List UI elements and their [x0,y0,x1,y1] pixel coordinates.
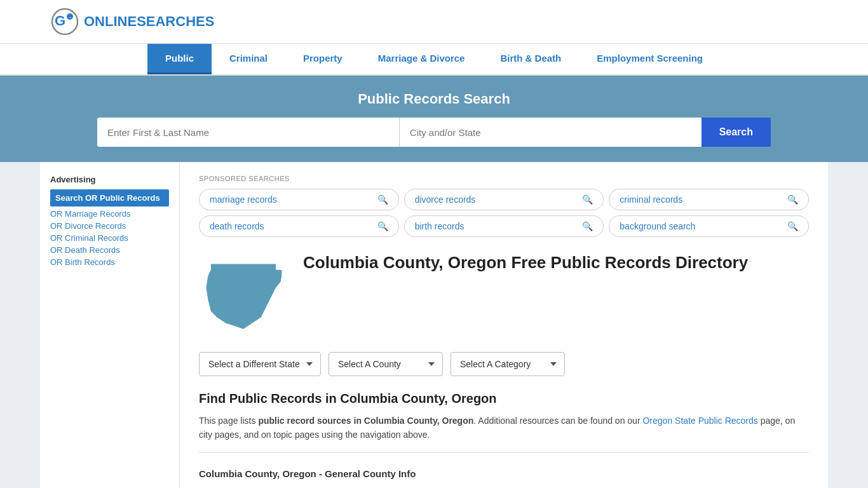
search-icon-criminal: 🔍 [787,194,798,205]
find-section: Find Public Records in Columbia County, … [199,391,809,479]
sidebar-item-or-divorce[interactable]: OR Divorce Records [50,221,169,231]
sponsored-tag-marriage-label: marriage records [210,194,277,205]
page-section: Columbia County, Oregon Free Public Reco… [199,252,809,337]
sponsored-tag-background-label: background search [620,221,695,231]
sponsored-tag-background[interactable]: background search 🔍 [609,215,809,237]
search-icon-divorce: 🔍 [582,194,593,205]
logo-link[interactable]: G → ONLINESEARCHES [51,8,214,36]
svg-marker-4 [207,264,282,329]
sidebar: Advertising Search OR Public Records OR … [40,162,180,488]
search-icon-background: 🔍 [787,221,798,231]
search-button[interactable]: Search [702,118,771,147]
sponsored-tag-death[interactable]: death records 🔍 [199,215,399,237]
svg-text:G: G [55,13,65,29]
search-form: Search [97,118,771,147]
sidebar-item-or-marriage[interactable]: OR Marriage Records [50,209,169,219]
sponsored-tag-criminal[interactable]: criminal records 🔍 [609,189,809,210]
sidebar-item-search-or[interactable]: Search OR Public Records [50,189,169,207]
search-banner: Public Records Search Search [0,76,868,162]
county-dropdown[interactable]: Select A County [329,352,443,376]
sponsored-tag-birth-label: birth records [415,221,465,231]
nav-item-property[interactable]: Property [285,44,360,74]
logo-icon: G → [51,8,79,36]
nav-item-criminal[interactable]: Criminal [212,44,285,74]
page-title-area: Columbia County, Oregon Free Public Reco… [303,252,748,274]
sponsored-tag-criminal-label: criminal records [620,194,682,205]
main-nav: Public Criminal Property Marriage & Divo… [0,44,868,76]
state-dropdown[interactable]: Select a Different State [199,352,321,376]
sponsored-label: SPONSORED SEARCHES [199,175,809,182]
sidebar-ad-title: Advertising [50,175,169,184]
sponsored-tag-death-label: death records [210,221,264,231]
search-banner-title: Public Records Search [51,91,817,107]
page-title: Columbia County, Oregon Free Public Reco… [303,252,748,274]
nav-item-public[interactable]: Public [147,44,212,74]
nav-item-employment[interactable]: Employment Screening [579,44,721,74]
find-section-heading: Find Public Records in Columbia County, … [199,391,809,406]
search-icon-birth: 🔍 [582,221,593,231]
oregon-map-svg [199,252,288,335]
name-input[interactable] [97,118,400,147]
logo-text: ONLINESEARCHES [84,13,214,30]
svg-text:→: → [67,15,72,20]
sidebar-item-or-birth[interactable]: OR Birth Records [50,257,169,267]
find-section-body: This page lists public record sources in… [199,414,809,442]
main-content: SPONSORED SEARCHES marriage records 🔍 di… [180,162,828,488]
sponsored-tag-birth[interactable]: birth records 🔍 [404,215,604,237]
section-divider [199,452,809,453]
nav-item-birth-death[interactable]: Birth & Death [482,44,579,74]
state-map [199,252,288,337]
dropdown-row: Select a Different State Select A County… [199,352,809,376]
nav-item-marriage-divorce[interactable]: Marriage & Divorce [360,44,483,74]
sponsored-tag-divorce[interactable]: divorce records 🔍 [404,189,604,210]
sidebar-item-or-criminal[interactable]: OR Criminal Records [50,233,169,243]
site-header: G → ONLINESEARCHES [0,0,868,44]
oregon-state-link[interactable]: Oregon State Public Records [642,416,757,426]
category-dropdown[interactable]: Select A Category [451,352,565,376]
general-info-title: Columbia County, Oregon - General County… [199,463,809,479]
sponsored-tag-marriage[interactable]: marriage records 🔍 [199,189,399,210]
search-icon-marriage: 🔍 [377,194,388,205]
location-input[interactable] [400,118,702,147]
sidebar-item-or-death[interactable]: OR Death Records [50,245,169,255]
sponsored-grid: marriage records 🔍 divorce records 🔍 cri… [199,189,809,237]
sponsored-tag-divorce-label: divorce records [415,194,476,205]
main-wrapper: Advertising Search OR Public Records OR … [40,162,828,488]
search-icon-death: 🔍 [377,221,388,231]
